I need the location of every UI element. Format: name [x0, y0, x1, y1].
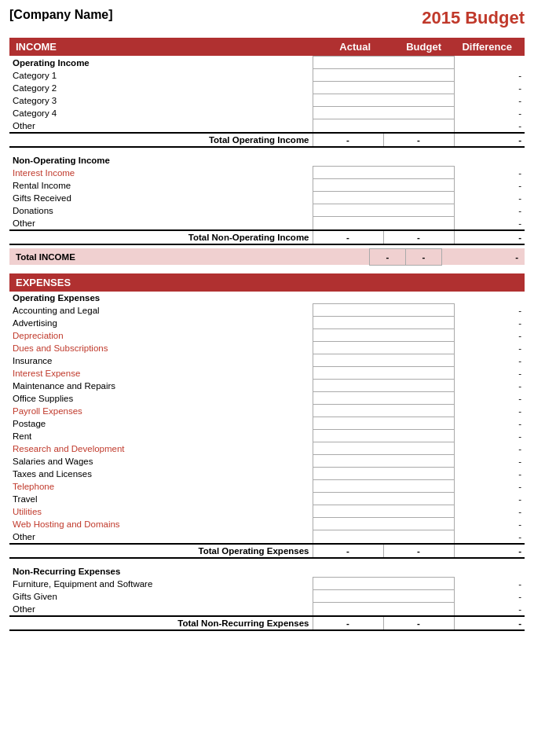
- budget-input[interactable]: [383, 442, 454, 455]
- grand-total-income-label: Total INCOME: [9, 248, 370, 265]
- actual-input[interactable]: [313, 380, 383, 392]
- budget-input[interactable]: [383, 119, 454, 133]
- non-operating-income-table: Non-Operating Income Interest Income - R…: [9, 154, 525, 245]
- actual-input[interactable]: [313, 342, 383, 354]
- actual-input[interactable]: [313, 417, 383, 430]
- table-row: Dues and Subscriptions -: [9, 342, 525, 354]
- budget-input[interactable]: [383, 179, 454, 192]
- actual-input[interactable]: [313, 505, 383, 518]
- actual-input[interactable]: [313, 192, 383, 204]
- table-row: Donations -: [9, 204, 525, 217]
- budget-input[interactable]: [383, 430, 454, 442]
- grand-total-income-budget: -: [405, 248, 441, 265]
- budget-input[interactable]: [383, 69, 454, 82]
- table-row: Other -: [9, 530, 525, 544]
- row-label: Utilities: [9, 505, 313, 518]
- actual-input[interactable]: [313, 329, 383, 342]
- actual-input[interactable]: [313, 430, 383, 442]
- budget-input[interactable]: [383, 317, 454, 329]
- budget-input[interactable]: [383, 354, 454, 367]
- actual-input[interactable]: [313, 367, 383, 380]
- budget-input[interactable]: [383, 417, 454, 430]
- row-label: Office Supplies: [9, 392, 313, 405]
- table-row: Furniture, Equipment and Software -: [9, 578, 525, 590]
- budget-input[interactable]: [383, 590, 454, 603]
- actual-input[interactable]: [313, 317, 383, 329]
- budget-input[interactable]: [383, 94, 454, 107]
- budget-input[interactable]: [383, 468, 454, 480]
- table-row: Interest Income -: [9, 167, 525, 179]
- actual-input[interactable]: [313, 442, 383, 455]
- actual-input[interactable]: [313, 204, 383, 217]
- row-label: Salaries and Wages: [9, 455, 313, 468]
- non-recurring-label: Non-Recurring Expenses: [9, 565, 313, 578]
- actual-input[interactable]: [313, 107, 383, 119]
- diff-value: -: [454, 590, 525, 603]
- budget-input[interactable]: [383, 204, 454, 217]
- budget-input[interactable]: [383, 392, 454, 405]
- actual-input[interactable]: [313, 354, 383, 367]
- table-row: Insurance -: [9, 354, 525, 367]
- row-label: Gifts Received: [9, 192, 313, 204]
- budget-input[interactable]: [383, 304, 454, 317]
- diff-value: -: [454, 82, 525, 94]
- actual-input[interactable]: [313, 167, 383, 179]
- budget-input[interactable]: [383, 518, 454, 530]
- diff-value: -: [454, 518, 525, 530]
- budget-input[interactable]: [383, 405, 454, 417]
- actual-input[interactable]: [313, 578, 383, 590]
- budget-input[interactable]: [383, 578, 454, 590]
- diff-value: -: [454, 417, 525, 430]
- budget-input[interactable]: [383, 603, 454, 616]
- budget-input[interactable]: [383, 530, 454, 544]
- actual-input[interactable]: [313, 455, 383, 468]
- budget-input[interactable]: [383, 342, 454, 354]
- budget-input[interactable]: [383, 480, 454, 493]
- budget-input[interactable]: [383, 82, 454, 94]
- budget-input[interactable]: [383, 217, 454, 230]
- actual-input[interactable]: [313, 493, 383, 505]
- actual-input[interactable]: [313, 392, 383, 405]
- diff-value: -: [454, 304, 525, 317]
- total-operating-income-row: Total Operating Income - - -: [9, 133, 525, 147]
- budget-input[interactable]: [383, 505, 454, 518]
- actual-input[interactable]: [313, 530, 383, 544]
- non-operating-income-header-row: Non-Operating Income: [9, 154, 525, 167]
- actual-input[interactable]: [313, 603, 383, 616]
- actual-input[interactable]: [313, 69, 383, 82]
- actual-input[interactable]: [313, 468, 383, 480]
- diff-value: -: [454, 69, 525, 82]
- actual-input[interactable]: [313, 405, 383, 417]
- row-label: Donations: [9, 204, 313, 217]
- budget-input[interactable]: [383, 367, 454, 380]
- total-non-operating-income-row: Total Non-Operating Income - - -: [9, 230, 525, 244]
- diff-value: -: [454, 380, 525, 392]
- row-label: Postage: [9, 417, 313, 430]
- actual-input[interactable]: [313, 82, 383, 94]
- table-row: Web Hosting and Domains -: [9, 518, 525, 530]
- actual-input[interactable]: [313, 217, 383, 230]
- operating-income-header-row: Operating Income: [9, 57, 525, 69]
- budget-input[interactable]: [383, 455, 454, 468]
- actual-input[interactable]: [313, 119, 383, 133]
- budget-input[interactable]: [383, 493, 454, 505]
- row-label: Accounting and Legal: [9, 304, 313, 317]
- actual-input[interactable]: [313, 304, 383, 317]
- total-noi-actual: -: [313, 230, 383, 244]
- total-nre-label: Total Non-Recurring Expenses: [9, 616, 313, 630]
- row-label: Research and Development: [9, 442, 313, 455]
- operating-expenses-table: Operating Expenses Accounting and Legal …: [9, 292, 525, 559]
- budget-input[interactable]: [383, 107, 454, 119]
- budget-input[interactable]: [383, 380, 454, 392]
- diff-value: -: [454, 392, 525, 405]
- actual-input[interactable]: [313, 590, 383, 603]
- budget-input[interactable]: [383, 192, 454, 204]
- actual-input[interactable]: [313, 480, 383, 493]
- actual-input[interactable]: [313, 94, 383, 107]
- budget-input[interactable]: [383, 329, 454, 342]
- budget-input[interactable]: [383, 167, 454, 179]
- row-label: Depreciation: [9, 329, 313, 342]
- actual-input[interactable]: [313, 518, 383, 530]
- actual-input[interactable]: [313, 179, 383, 192]
- table-row: Payroll Expenses -: [9, 405, 525, 417]
